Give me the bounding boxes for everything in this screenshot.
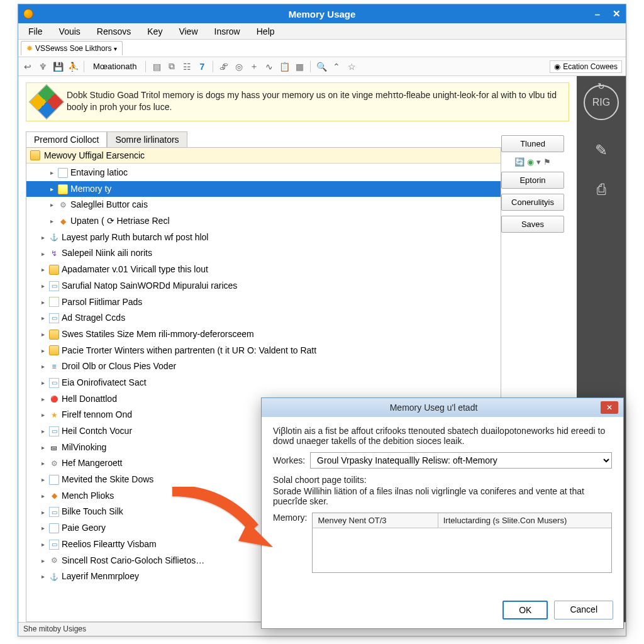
works-select[interactable]: Groul Vrpasky Inatequallly Relisw: oft-M… — [310, 452, 612, 469]
tree-item-label: Salegllei Buttor cais — [70, 198, 148, 212]
tree-item-label: Swes Statiles Size Mem rili-mmory-defero… — [62, 328, 254, 341]
expand-icon: ▸ — [39, 572, 47, 582]
green-mini-icon[interactable]: ◉ — [527, 157, 534, 167]
expand-icon: ▸ — [39, 394, 47, 404]
clipboard-icon[interactable]: 📋 — [279, 61, 290, 72]
diamond-icon — [58, 216, 68, 226]
wave-icon[interactable]: ∿ — [264, 61, 275, 72]
tree-item[interactable]: ▸Pacie Trorter Winters withen partrenten… — [26, 343, 501, 359]
dialog-title: Memory Useg u'l etadt — [267, 402, 601, 413]
menu-rensovs[interactable]: Rensovs — [91, 25, 137, 38]
folder-icon — [49, 265, 59, 275]
info-banner: Dobk Studio Goad Tritol memory is dogs m… — [26, 82, 569, 121]
tree-header[interactable]: Mewovy Uffigal Earsencic — [26, 148, 501, 164]
dialog-intro-text: Viβlotin ais a fist be affout crifooks t… — [273, 426, 612, 446]
refresh-mini-icon[interactable]: 🔄 — [514, 157, 525, 167]
expand-icon: ▸ — [48, 168, 55, 178]
expand-icon: ▸ — [39, 508, 47, 518]
tree-item[interactable]: ▸Droil Olb or Clous Pies Voder — [26, 358, 501, 375]
memory-table[interactable]: Menvey Nent OT/3 Irteluctarding (s Slite… — [312, 513, 612, 573]
plus-icon[interactable]: ＋ — [248, 61, 260, 72]
minimize-button[interactable]: – — [588, 6, 607, 21]
dialog-close-button[interactable]: ✕ — [601, 401, 618, 414]
chip-label: Ecation Cowees — [563, 62, 618, 71]
search-icon[interactable]: 🔍 — [316, 61, 327, 72]
edit-icon[interactable]: ✎ — [595, 142, 608, 159]
win-icon — [49, 426, 59, 436]
number-icon[interactable]: 7 — [196, 61, 208, 72]
tree-item[interactable]: ▸Salegllei Buttor cais — [26, 197, 501, 213]
tree-item[interactable]: ▸Salepeil Niink aili norits — [26, 245, 501, 262]
toolbar-right-chip[interactable]: ◉ Ecation Cowees — [550, 60, 622, 73]
pg-icon — [49, 297, 59, 307]
tree-item[interactable]: ▸Entaving latioc — [26, 165, 501, 181]
flag-mini-icon[interactable]: ⚑ — [543, 157, 551, 167]
doc-icon[interactable]: ▤ — [151, 61, 162, 72]
menu-bar: File Vouis Rensovs Key View Insrow Help — [18, 23, 626, 40]
chevron-down-icon[interactable]: ▾ — [536, 157, 541, 167]
expand-icon: ▸ — [48, 216, 55, 226]
tree-item[interactable]: ▸Layest parly Ruth butarch wf post hlol — [26, 230, 501, 246]
expand-icon: ▸ — [39, 523, 47, 533]
nav-back-icon[interactable]: ↩ — [22, 61, 33, 72]
save-icon[interactable]: 💾 — [52, 61, 64, 72]
eptorin-button[interactable]: Eptorin — [501, 172, 564, 189]
copy-icon[interactable]: ⧉ — [166, 61, 177, 72]
attach-icon[interactable]: 🖇 — [218, 61, 230, 72]
expand-icon: ▸ — [39, 475, 47, 485]
menu-help[interactable]: Help — [250, 25, 281, 38]
tree-item[interactable]: ▸Swes Statiles Size Mem rili-mmory-defer… — [26, 326, 501, 343]
expand-icon: ▸ — [39, 233, 47, 243]
menu-insrow[interactable]: Insrow — [208, 25, 247, 38]
reddot-icon — [49, 394, 59, 404]
cancel-button[interactable]: Cancel — [554, 601, 613, 619]
tree-item[interactable]: ▸Parsol Fiitlimar Pads — [26, 294, 501, 311]
memory-label: Memory: — [273, 513, 307, 523]
menu-file[interactable]: File — [22, 25, 49, 38]
rig-button[interactable]: RIG — [584, 85, 619, 120]
star-outline-icon[interactable]: ☆ — [346, 61, 357, 72]
tree-item[interactable]: ▸Memory ty — [26, 181, 501, 197]
paste-icon[interactable]: ☷ — [181, 61, 192, 72]
grid-icon[interactable]: ▦ — [294, 61, 305, 72]
toolbar-text-item[interactable]: Mœationath — [89, 60, 140, 72]
target-icon[interactable]: ◎ — [233, 61, 245, 72]
cube-icon — [34, 89, 59, 114]
tree-item[interactable]: ▸Sarufial Natop SainWORDd Mipuralui rari… — [26, 278, 501, 294]
tab-premord[interactable]: Premord Ciolloct — [26, 131, 107, 147]
conerulity-button[interactable]: Conerulityis — [501, 194, 564, 211]
anchor-icon — [49, 572, 59, 582]
menu-key[interactable]: Key — [141, 25, 169, 38]
person-icon[interactable]: ⛹ — [67, 61, 79, 72]
folder-icon — [49, 345, 59, 355]
menu-view[interactable]: View — [172, 25, 204, 38]
doc-icon — [49, 523, 59, 533]
expand-icon: ▸ — [39, 362, 47, 372]
chevron-down-icon: ▾ — [114, 45, 117, 52]
tree-item[interactable]: ▸Upaten ( ⟳ Hetriase Recl — [26, 213, 501, 230]
tree-item[interactable]: ▸Apadamater v.01 Viricall type this lout — [26, 262, 501, 278]
saves-button[interactable]: Saves — [501, 216, 564, 233]
expand-icon: ▸ — [39, 443, 47, 453]
close-button[interactable]: ✕ — [607, 6, 626, 21]
pin-icon[interactable]: ⎙ — [597, 180, 606, 198]
mini-icon-row: 🔄 ◉ ▾ ⚑ — [501, 157, 564, 167]
expand-icon: ▸ — [39, 313, 47, 323]
document-tab-strip: ✸ VSSewss Soe Likthors ▾ — [18, 40, 626, 57]
up-icon[interactable]: ⌃ — [331, 61, 342, 72]
tuned-button[interactable]: Tluned — [501, 135, 564, 152]
tree-item-label: Bilke Touch Silk — [62, 505, 123, 519]
tab-somre[interactable]: Somre lirlinators — [107, 131, 187, 147]
chip-dot-icon: ◉ — [554, 62, 560, 71]
tree-item[interactable]: ▸Ad Stragel Ccds — [26, 310, 501, 326]
tree-icon[interactable]: ♆ — [37, 61, 48, 72]
tree-item[interactable]: ▸Eia Onirofivatect Sact — [26, 375, 501, 391]
menu-vouis[interactable]: Vouis — [53, 25, 87, 38]
document-tab[interactable]: ✸ VSSewss Soe Likthors ▾ — [21, 41, 123, 55]
expand-icon: ▸ — [39, 297, 47, 308]
ok-button[interactable]: OK — [502, 601, 548, 619]
memory-col1: Menvey Nent OT/3 — [313, 513, 438, 528]
win-icon — [49, 540, 59, 550]
dialog-footer: OK Cancel — [262, 594, 623, 628]
win-icon — [49, 378, 59, 388]
